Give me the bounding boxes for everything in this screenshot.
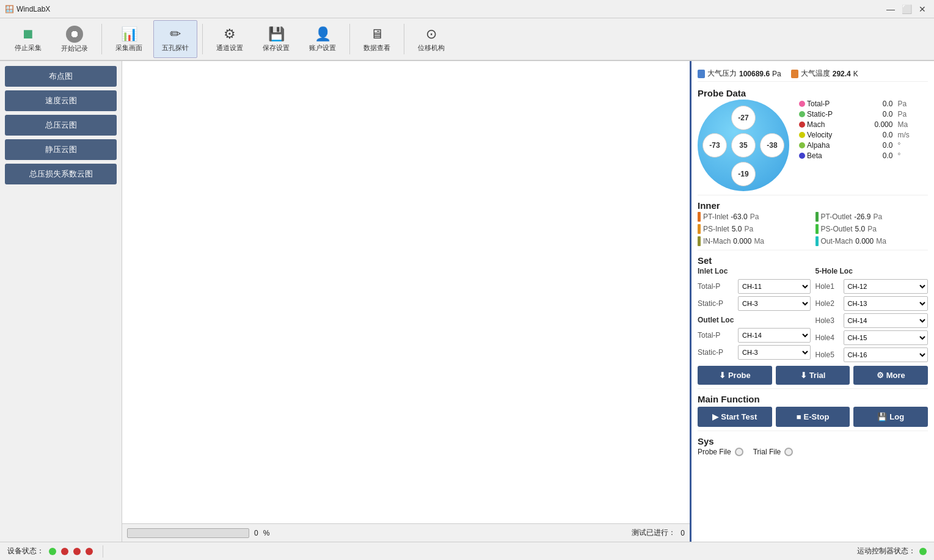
set-right-col: 5-Hole Loc Hole1CH-1CH-2CH-3CH-4CH-5CH-6… (815, 267, 929, 362)
start-record-icon: ⏺ (66, 26, 83, 43)
estop-label: E-Stop (803, 412, 829, 421)
toolbar-position-mechanism[interactable]: ⊙ 位移机构 (409, 20, 453, 58)
trial-btn-icon: ⬇ (800, 371, 807, 380)
inner-bar-icon (698, 224, 701, 234)
action-buttons: ⬇ Probe ⬇ Trial ⚙ More (698, 366, 928, 385)
progress-unit: % (263, 529, 270, 537)
atmo-pressure-indicator (698, 70, 705, 78)
status-dot-1 (49, 548, 56, 555)
canvas-area (122, 61, 690, 523)
hole-label: Hole5 (815, 351, 840, 359)
hole-select[interactable]: CH-1CH-2CH-3CH-4CH-5CH-6CH-7CH-8CH-9CH-1… (844, 313, 929, 328)
inner-value: 5.0 (732, 225, 742, 233)
hole-row: Hole1CH-1CH-2CH-3CH-4CH-5CH-6CH-7CH-8CH-… (815, 279, 929, 294)
inner-right-item: PT-Outlet-26.9Pa (815, 212, 929, 222)
statusbar: 设备状态： 运动控制器状态： (0, 542, 934, 560)
inner-unit: Ma (876, 237, 886, 245)
inlet-static-p-select[interactable]: CH-1CH-2CH-3CH-4CH-5CH-6CH-7CH-8CH-9CH-1… (738, 296, 811, 311)
outlet-static-p-row: Static-P CH-1CH-2CH-3CH-4CH-5CH-6CH-7CH-… (698, 345, 811, 360)
color-dot-icon (799, 142, 805, 148)
trial-action-btn[interactable]: ⬇ Trial (776, 366, 850, 385)
toolbar-capture-screen[interactable]: 📊 采集画面 (107, 20, 151, 58)
inner-section: Inner PT-Inlet-63.0PaPT-Outlet-26.9PaPS-… (698, 195, 928, 246)
save-settings-label: 保存设置 (263, 43, 290, 53)
inner-bar-icon (815, 224, 819, 234)
hole-row: Hole3CH-1CH-2CH-3CH-4CH-5CH-6CH-7CH-8CH-… (815, 313, 929, 328)
sidebar-velocity-cloud[interactable]: 速度云图 (5, 90, 117, 111)
toolbar-channel-settings[interactable]: ⚙ 通道设置 (208, 20, 252, 58)
sys-section: Sys Probe File Trial File (698, 431, 928, 456)
position-mechanism-icon: ⊙ (426, 26, 437, 42)
hole-select[interactable]: CH-1CH-2CH-3CH-4CH-5CH-6CH-7CH-8CH-9CH-1… (844, 296, 929, 311)
capture-screen-icon: 📊 (121, 26, 137, 42)
inner-unit: Pa (750, 213, 759, 221)
log-label: Log (889, 412, 904, 421)
probe-hole-center: 35 (731, 133, 756, 158)
probe-action-btn[interactable]: ⬇ Probe (698, 366, 772, 385)
five-hole-probe-icon: ✏ (170, 26, 181, 42)
hole-select[interactable]: CH-1CH-2CH-3CH-4CH-5CH-6CH-7CH-8CH-9CH-1… (844, 330, 929, 345)
minimize-button[interactable]: — (884, 2, 897, 16)
log-icon: 💾 (877, 412, 887, 421)
probe-readings: Total-P0.0PaStatic-P0.0PaMach0.000MaVelo… (799, 100, 928, 160)
trial-file-radio[interactable] (784, 448, 793, 456)
toolbar: ⏹ 停止采集 ⏺ 开始记录 📊 采集画面 ✏ 五孔探针 ⚙ 通道设置 💾 保存设… (0, 18, 934, 61)
stop-collect-label: 停止采集 (15, 43, 42, 53)
probe-label-text: Velocity (807, 131, 832, 139)
maximize-button[interactable]: ⬜ (900, 2, 913, 16)
sidebar-static-pressure-cloud[interactable]: 静压云图 (5, 139, 117, 160)
main-function-buttons: ▶ Start Test ■ E-Stop 💾 Log (698, 407, 928, 427)
inner-label: PT-Inlet (703, 213, 728, 221)
probe-value: 0.000 (856, 120, 892, 129)
inner-label: PT-Outlet (821, 213, 852, 221)
probe-reading-label: Velocity (799, 131, 851, 139)
sidebar-total-pressure-loss-cloud[interactable]: 总压损失系数云图 (5, 164, 117, 184)
probe-reading-label: Beta (799, 151, 851, 160)
start-test-btn[interactable]: ▶ Start Test (698, 407, 772, 427)
probe-reading-label: Total-P (799, 100, 851, 108)
toolbar-data-view[interactable]: 🖥 数据查看 (355, 20, 399, 58)
probe-file-radio[interactable] (735, 448, 743, 456)
statusbar-right: 运动控制器状态： (857, 546, 927, 556)
progress-bar (127, 528, 249, 538)
hole-select[interactable]: CH-1CH-2CH-3CH-4CH-5CH-6CH-7CH-8CH-9CH-1… (844, 279, 929, 294)
probe-value: 0.0 (856, 151, 892, 160)
toolbar-account-settings[interactable]: 👤 账户设置 (301, 20, 345, 58)
probe-value: 0.0 (856, 131, 892, 139)
log-btn[interactable]: 💾 Log (853, 407, 928, 427)
atmo-temp-value: 292.4 (833, 70, 851, 78)
channel-settings-label: 通道设置 (216, 43, 243, 53)
toolbar-stop-collect[interactable]: ⏹ 停止采集 (6, 20, 50, 58)
inner-bar-icon (815, 236, 819, 246)
probe-unit: Ma (897, 120, 928, 129)
channel-settings-icon: ⚙ (224, 26, 236, 42)
inlet-total-p-row: Total-P CH-1CH-2CH-3CH-4CH-5CH-6CH-7CH-8… (698, 279, 811, 294)
color-dot-icon (799, 101, 805, 107)
progress-value: 0 (254, 529, 258, 537)
inlet-total-p-label: Total-P (698, 282, 734, 291)
probe-reading-label: Alpaha (799, 141, 851, 150)
sidebar-dot-map[interactable]: 布点图 (5, 66, 117, 87)
inlet-static-p-row: Static-P CH-1CH-2CH-3CH-4CH-5CH-6CH-7CH-… (698, 296, 811, 311)
probe-big-circle: -27 35 -73 -38 -19 (698, 100, 789, 191)
inlet-total-p-select[interactable]: CH-1CH-2CH-3CH-4CH-5CH-6CH-7CH-8CH-9CH-1… (738, 279, 811, 294)
inner-bar-icon (698, 236, 701, 246)
atmo-pressure-label: 大气压力 (707, 68, 737, 79)
inner-grid: PT-Inlet-63.0PaPT-Outlet-26.9PaPS-Inlet5… (698, 212, 928, 246)
outlet-static-p-select[interactable]: CH-1CH-2CH-3CH-4CH-5CH-6CH-7CH-8CH-9CH-1… (738, 345, 811, 360)
inner-bar-icon (815, 212, 819, 222)
toolbar-start-record[interactable]: ⏺ 开始记录 (53, 20, 97, 58)
more-action-btn[interactable]: ⚙ More (853, 366, 928, 385)
toolbar-save-settings[interactable]: 💾 保存设置 (254, 20, 298, 58)
close-button[interactable]: ✕ (916, 2, 929, 16)
status-dot-2 (61, 548, 68, 555)
atmo-temp-indicator (791, 70, 798, 78)
estop-btn[interactable]: ■ E-Stop (776, 407, 850, 427)
toolbar-five-hole-probe[interactable]: ✏ 五孔探针 (153, 20, 197, 58)
probe-hole-right: -38 (760, 133, 784, 158)
outlet-static-p-label: Static-P (698, 348, 734, 357)
probe-label-text: Beta (807, 151, 822, 160)
outlet-total-p-select[interactable]: CH-1CH-2CH-3CH-4CH-5CH-6CH-7CH-8CH-9CH-1… (738, 328, 811, 343)
sidebar-total-pressure-cloud[interactable]: 总压云图 (5, 115, 117, 136)
hole-select[interactable]: CH-1CH-2CH-3CH-4CH-5CH-6CH-7CH-8CH-9CH-1… (844, 347, 929, 362)
